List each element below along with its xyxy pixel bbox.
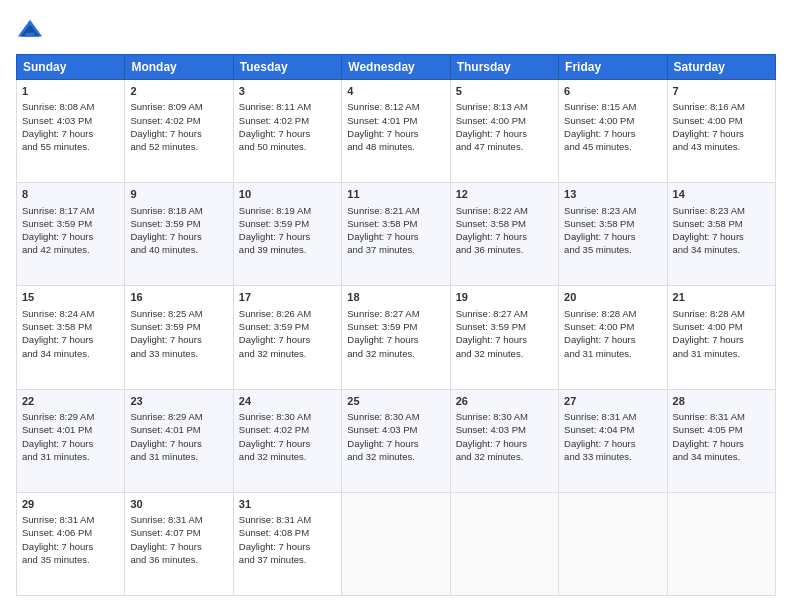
day-header-thursday: Thursday xyxy=(450,55,558,80)
day-info: and 34 minutes. xyxy=(673,450,770,463)
calendar-cell: 10Sunrise: 8:19 AMSunset: 3:59 PMDayligh… xyxy=(233,183,341,286)
day-info: and 31 minutes. xyxy=(673,347,770,360)
day-info: Daylight: 7 hours xyxy=(347,333,444,346)
calendar-cell: 12Sunrise: 8:22 AMSunset: 3:58 PMDayligh… xyxy=(450,183,558,286)
day-info: and 52 minutes. xyxy=(130,140,227,153)
day-info: and 37 minutes. xyxy=(239,553,336,566)
day-info: and 32 minutes. xyxy=(347,450,444,463)
day-info: Sunset: 4:00 PM xyxy=(673,114,770,127)
calendar-cell: 14Sunrise: 8:23 AMSunset: 3:58 PMDayligh… xyxy=(667,183,775,286)
calendar-cell: 8Sunrise: 8:17 AMSunset: 3:59 PMDaylight… xyxy=(17,183,125,286)
day-info: Daylight: 7 hours xyxy=(673,127,770,140)
day-number: 1 xyxy=(22,84,119,99)
day-number: 25 xyxy=(347,394,444,409)
day-number: 12 xyxy=(456,187,553,202)
day-number: 23 xyxy=(130,394,227,409)
day-info: Sunrise: 8:31 AM xyxy=(22,513,119,526)
logo-icon xyxy=(16,16,44,44)
day-info: Daylight: 7 hours xyxy=(239,127,336,140)
day-header-saturday: Saturday xyxy=(667,55,775,80)
day-info: Sunset: 4:01 PM xyxy=(347,114,444,127)
calendar-cell: 19Sunrise: 8:27 AMSunset: 3:59 PMDayligh… xyxy=(450,286,558,389)
calendar-cell: 22Sunrise: 8:29 AMSunset: 4:01 PMDayligh… xyxy=(17,389,125,492)
day-info: Daylight: 7 hours xyxy=(22,127,119,140)
day-number: 15 xyxy=(22,290,119,305)
day-info: Daylight: 7 hours xyxy=(673,437,770,450)
day-info: Daylight: 7 hours xyxy=(239,437,336,450)
day-number: 11 xyxy=(347,187,444,202)
day-info: Sunrise: 8:13 AM xyxy=(456,100,553,113)
day-number: 29 xyxy=(22,497,119,512)
calendar-cell: 15Sunrise: 8:24 AMSunset: 3:58 PMDayligh… xyxy=(17,286,125,389)
day-info: and 45 minutes. xyxy=(564,140,661,153)
day-info: Sunrise: 8:15 AM xyxy=(564,100,661,113)
day-info: and 40 minutes. xyxy=(130,243,227,256)
day-info: Sunset: 3:59 PM xyxy=(239,217,336,230)
day-info: and 31 minutes. xyxy=(22,450,119,463)
day-info: Sunset: 4:01 PM xyxy=(130,423,227,436)
day-info: Sunset: 4:00 PM xyxy=(564,114,661,127)
day-number: 7 xyxy=(673,84,770,99)
day-info: Sunset: 4:02 PM xyxy=(130,114,227,127)
day-info: Daylight: 7 hours xyxy=(564,437,661,450)
day-info: Sunset: 4:00 PM xyxy=(564,320,661,333)
day-number: 18 xyxy=(347,290,444,305)
day-info: Sunset: 4:05 PM xyxy=(673,423,770,436)
day-info: Sunset: 3:58 PM xyxy=(22,320,119,333)
day-number: 10 xyxy=(239,187,336,202)
calendar-cell xyxy=(667,492,775,595)
day-header-sunday: Sunday xyxy=(17,55,125,80)
day-info: Daylight: 7 hours xyxy=(239,230,336,243)
calendar-cell: 27Sunrise: 8:31 AMSunset: 4:04 PMDayligh… xyxy=(559,389,667,492)
day-number: 20 xyxy=(564,290,661,305)
calendar-cell xyxy=(450,492,558,595)
calendar-cell xyxy=(559,492,667,595)
day-info: Sunset: 4:07 PM xyxy=(130,526,227,539)
day-info: Sunrise: 8:21 AM xyxy=(347,204,444,217)
day-info: Daylight: 7 hours xyxy=(456,127,553,140)
calendar-cell: 5Sunrise: 8:13 AMSunset: 4:00 PMDaylight… xyxy=(450,80,558,183)
calendar-week-2: 8Sunrise: 8:17 AMSunset: 3:59 PMDaylight… xyxy=(17,183,776,286)
day-info: Sunrise: 8:19 AM xyxy=(239,204,336,217)
calendar-cell: 29Sunrise: 8:31 AMSunset: 4:06 PMDayligh… xyxy=(17,492,125,595)
day-info: Daylight: 7 hours xyxy=(130,437,227,450)
day-info: Sunset: 3:59 PM xyxy=(347,320,444,333)
day-info: Sunset: 4:02 PM xyxy=(239,423,336,436)
day-info: Sunrise: 8:29 AM xyxy=(22,410,119,423)
day-info: Daylight: 7 hours xyxy=(564,333,661,346)
calendar-week-3: 15Sunrise: 8:24 AMSunset: 3:58 PMDayligh… xyxy=(17,286,776,389)
day-info: Sunrise: 8:25 AM xyxy=(130,307,227,320)
day-info: Sunset: 3:59 PM xyxy=(130,217,227,230)
day-info: Daylight: 7 hours xyxy=(673,230,770,243)
day-info: Sunrise: 8:30 AM xyxy=(347,410,444,423)
day-info: and 32 minutes. xyxy=(239,450,336,463)
day-info: Sunrise: 8:24 AM xyxy=(22,307,119,320)
day-number: 28 xyxy=(673,394,770,409)
calendar-cell: 28Sunrise: 8:31 AMSunset: 4:05 PMDayligh… xyxy=(667,389,775,492)
header xyxy=(16,16,776,44)
calendar-cell: 13Sunrise: 8:23 AMSunset: 3:58 PMDayligh… xyxy=(559,183,667,286)
day-info: Sunrise: 8:23 AM xyxy=(673,204,770,217)
day-info: Daylight: 7 hours xyxy=(347,127,444,140)
day-number: 5 xyxy=(456,84,553,99)
calendar-week-1: 1Sunrise: 8:08 AMSunset: 4:03 PMDaylight… xyxy=(17,80,776,183)
calendar-cell: 9Sunrise: 8:18 AMSunset: 3:59 PMDaylight… xyxy=(125,183,233,286)
calendar-cell: 6Sunrise: 8:15 AMSunset: 4:00 PMDaylight… xyxy=(559,80,667,183)
day-info: Sunrise: 8:28 AM xyxy=(564,307,661,320)
calendar-cell: 1Sunrise: 8:08 AMSunset: 4:03 PMDaylight… xyxy=(17,80,125,183)
day-number: 21 xyxy=(673,290,770,305)
day-info: Sunrise: 8:11 AM xyxy=(239,100,336,113)
day-info: Daylight: 7 hours xyxy=(130,333,227,346)
day-info: Sunrise: 8:30 AM xyxy=(239,410,336,423)
day-info: Sunset: 4:04 PM xyxy=(564,423,661,436)
day-info: Sunset: 3:58 PM xyxy=(564,217,661,230)
day-number: 4 xyxy=(347,84,444,99)
day-info: Sunset: 3:58 PM xyxy=(347,217,444,230)
day-info: Sunrise: 8:23 AM xyxy=(564,204,661,217)
day-number: 3 xyxy=(239,84,336,99)
day-info: Sunrise: 8:31 AM xyxy=(673,410,770,423)
day-number: 19 xyxy=(456,290,553,305)
calendar-cell: 16Sunrise: 8:25 AMSunset: 3:59 PMDayligh… xyxy=(125,286,233,389)
day-number: 13 xyxy=(564,187,661,202)
day-info: Daylight: 7 hours xyxy=(456,333,553,346)
